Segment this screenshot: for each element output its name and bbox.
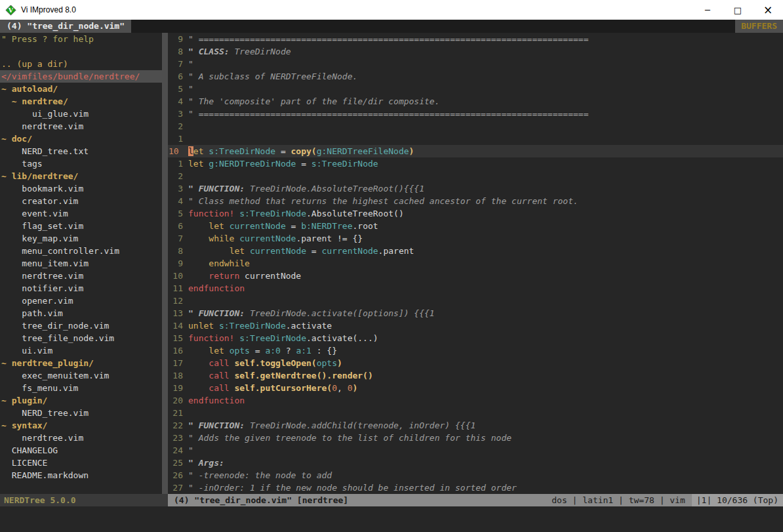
- nerdtree-file-node[interactable]: nerdtree.vim: [0, 270, 162, 282]
- line-number: 16: [168, 344, 183, 357]
- maximize-button[interactable]: □: [723, 0, 753, 20]
- editor-line[interactable]: 7": [168, 58, 783, 70]
- nerdtree-file-node[interactable]: menu_item.vim: [0, 257, 162, 270]
- nerdtree-file-node[interactable]: README.markdown: [0, 469, 162, 481]
- nerdtree-file-node[interactable]: key_map.vim: [0, 232, 162, 245]
- editor-line[interactable]: 1: [168, 133, 783, 145]
- editor-statusline: (4) "tree_dir_node.vim" [nerdtree] dos |…: [168, 494, 783, 506]
- nerdtree-dir-node[interactable]: ~ syntax/: [0, 419, 162, 432]
- editor-line[interactable]: 22" FUNCTION: TreeDirNode.addChild(treen…: [168, 419, 783, 432]
- nerdtree-file-node[interactable]: tree_dir_node.vim: [0, 319, 162, 332]
- nerdtree-file-node[interactable]: notifier.vim: [0, 282, 162, 295]
- editor-line[interactable]: 11endfunction: [168, 282, 783, 295]
- line-number: 25: [168, 457, 183, 469]
- editor-line[interactable]: 19 call self.putCursorHere(0, 0): [168, 382, 783, 394]
- nerdtree-file-node[interactable]: menu_controller.vim: [0, 245, 162, 257]
- editor-line[interactable]: 5": [168, 83, 783, 95]
- editor-line[interactable]: 7 while currentNode.parent != {}: [168, 232, 783, 245]
- code-text: let g:NERDTreeDirNode = s:TreeDirNode: [188, 157, 378, 170]
- nerdtree-file-node[interactable]: flag_set.vim: [0, 220, 162, 232]
- nerdtree-dir-node[interactable]: ~ lib/nerdtree/: [0, 170, 162, 182]
- line-number: 13: [168, 307, 183, 319]
- editor-line[interactable]: 6" A subclass of NERDTreeFileNode.: [168, 70, 783, 83]
- editor-line[interactable]: 12: [168, 295, 783, 307]
- minimize-button[interactable]: ─: [693, 0, 723, 20]
- editor-line[interactable]: 15function! s:TreeDirNode.activate(...): [168, 332, 783, 344]
- buffer-tab[interactable]: (4) "tree_dir_node.vim": [0, 20, 131, 33]
- code-text: ": [188, 444, 193, 457]
- nerdtree-file-node[interactable]: bookmark.vim: [0, 182, 162, 195]
- editor-line[interactable]: 21: [168, 407, 783, 419]
- nerdtree-dir-node[interactable]: ~ nerdtree_plugin/: [0, 357, 162, 369]
- nerdtree-file-node[interactable]: event.vim: [0, 207, 162, 220]
- editor-line[interactable]: 8" CLASS: TreeDirNode: [168, 45, 783, 58]
- line-number: 5: [168, 207, 183, 220]
- editor-line[interactable]: 10let s:TreeDirNode = copy(g:NERDTreeFil…: [168, 145, 783, 157]
- editor-pane: 9" =====================================…: [168, 33, 783, 494]
- nerdtree-file-node[interactable]: opener.vim: [0, 295, 162, 307]
- editor-line[interactable]: 2: [168, 120, 783, 133]
- editor-line[interactable]: 1let g:NERDTreeDirNode = s:TreeDirNode: [168, 157, 783, 170]
- editor-line[interactable]: 25" Args:: [168, 457, 783, 469]
- editor-line[interactable]: 20endfunction: [168, 394, 783, 407]
- code-text: " -inOrder: 1 if the new node should be …: [188, 481, 517, 494]
- nerdtree-dir-node[interactable]: ~ plugin/: [0, 394, 162, 407]
- line-number: 21: [168, 407, 183, 419]
- editor-line[interactable]: 13" FUNCTION: TreeDirNode.activate([opti…: [168, 307, 783, 319]
- nerdtree-file-node[interactable]: exec_menuitem.vim: [0, 369, 162, 382]
- command-line[interactable]: [0, 506, 783, 532]
- nerdtree-file-node[interactable]: nerdtree.vim: [0, 432, 162, 444]
- nerdtree-root-path[interactable]: </vimfiles/bundle/nerdtree/: [0, 70, 162, 83]
- editor-line[interactable]: 8 let currentNode = currentNode.parent: [168, 245, 783, 257]
- nerdtree-file-node[interactable]: ui_glue.vim: [0, 108, 162, 120]
- editor-line[interactable]: 14unlet s:TreeDirNode.activate: [168, 319, 783, 332]
- nerdtree-dir-node[interactable]: ~ nerdtree/: [0, 95, 162, 108]
- editor-line[interactable]: 4" Class method that returns the highest…: [168, 195, 783, 207]
- nerdtree-file-node[interactable]: fs_menu.vim: [0, 382, 162, 394]
- code-text: call self.getNerdtree().render(): [188, 369, 373, 382]
- nerdtree-file-node[interactable]: [0, 45, 162, 58]
- vim-logo-icon: V: [5, 5, 16, 16]
- editor-line[interactable]: 17 call self.toggleOpen(opts): [168, 357, 783, 369]
- nerdtree-file-node[interactable]: NERD_tree.txt: [0, 145, 162, 157]
- editor-line[interactable]: 26" -treenode: the node to add: [168, 469, 783, 481]
- code-text: " ======================================…: [188, 33, 588, 45]
- line-number: 10: [168, 145, 183, 157]
- code-text: while currentNode.parent != {}: [188, 232, 363, 245]
- nerdtree-file-node[interactable]: tree_file_node.vim: [0, 332, 162, 344]
- nerdtree-file-node[interactable]: CHANGELOG: [0, 444, 162, 457]
- editor-line[interactable]: 18 call self.getNerdtree().render(): [168, 369, 783, 382]
- editor-line[interactable]: 24": [168, 444, 783, 457]
- window-split-bar[interactable]: [162, 33, 168, 494]
- editor-line[interactable]: 3" =====================================…: [168, 108, 783, 120]
- line-number: 6: [168, 70, 183, 83]
- editor-line[interactable]: 27" -inOrder: 1 if the new node should b…: [168, 481, 783, 494]
- nerdtree-file-node[interactable]: path.vim: [0, 307, 162, 319]
- statusline-position: |1| 10/636 (Top): [692, 494, 783, 506]
- editor-line[interactable]: 16 let opts = a:0 ? a:1 : {}: [168, 344, 783, 357]
- nerdtree-dir-node[interactable]: ~ doc/: [0, 133, 162, 145]
- nerdtree-file-node[interactable]: tags: [0, 157, 162, 170]
- nerdtree-file-node[interactable]: NERD_tree.vim: [0, 407, 162, 419]
- nerdtree-up-dir[interactable]: .. (up a dir): [0, 58, 162, 70]
- nerdtree-file-node[interactable]: ui.vim: [0, 344, 162, 357]
- nerdtree-file-node[interactable]: LICENCE: [0, 457, 162, 469]
- editor-line[interactable]: 2: [168, 170, 783, 182]
- vim-window: V Vi IMproved 8.0 ─ □ × (4) "tree_dir_no…: [0, 0, 783, 532]
- line-number: 27: [168, 481, 183, 494]
- editor-line[interactable]: 4" The 'composite' part of the file/dir …: [168, 95, 783, 108]
- editor-line[interactable]: 23" Adds the given treenode to the list …: [168, 432, 783, 444]
- close-button[interactable]: ×: [753, 0, 783, 20]
- nerdtree-file-node[interactable]: nerdtree.vim: [0, 120, 162, 133]
- nerdtree-dir-node[interactable]: ~ autoload/: [0, 83, 162, 95]
- nerdtree-file-node[interactable]: creator.vim: [0, 195, 162, 207]
- editor-line[interactable]: 9" =====================================…: [168, 33, 783, 45]
- line-number: 4: [168, 195, 183, 207]
- line-number: 1: [168, 133, 183, 145]
- editor-line[interactable]: 6 let currentNode = b:NERDTree.root: [168, 220, 783, 232]
- editor-line[interactable]: 10 return currentNode: [168, 270, 783, 282]
- editor-line[interactable]: 3" FUNCTION: TreeDirNode.AbsoluteTreeRoo…: [168, 182, 783, 195]
- line-number: 7: [168, 232, 183, 245]
- editor-line[interactable]: 5function! s:TreeDirNode.AbsoluteTreeRoo…: [168, 207, 783, 220]
- editor-line[interactable]: 9 endwhile: [168, 257, 783, 270]
